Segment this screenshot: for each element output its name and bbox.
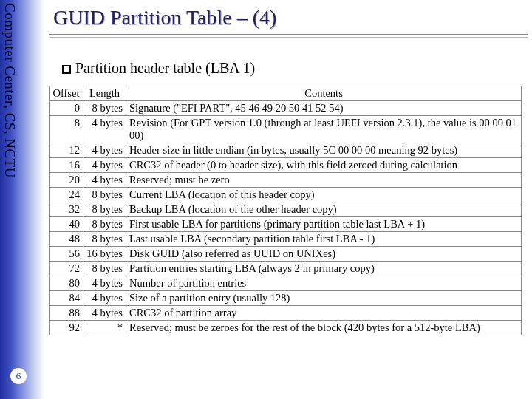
table-row: 804 bytesNumber of partition entries	[50, 276, 522, 291]
cell-length: 4 bytes	[83, 143, 126, 158]
table-row: 248 bytesCurrent LBA (location of this h…	[50, 188, 522, 202]
cell-length: 16 bytes	[83, 247, 126, 262]
cell-offset: 8	[50, 116, 83, 143]
cell-offset: 0	[50, 101, 83, 116]
cell-contents: Partition entries starting LBA (always 2…	[126, 262, 522, 276]
cell-length: 4 bytes	[83, 291, 126, 306]
cell-offset: 16	[50, 158, 83, 173]
table-row: 328 bytesBackup LBA (location of the oth…	[50, 202, 522, 217]
subtitle-text: Partition header table (LBA 1)	[75, 60, 255, 76]
cell-contents: Number of partition entries	[126, 276, 522, 291]
cell-offset: 40	[50, 217, 83, 232]
slide-content: GUID Partition Table – (4) Partition hea…	[49, 6, 528, 335]
title-rule-2	[49, 37, 528, 38]
cell-contents: First usable LBA for partitions (primary…	[126, 217, 522, 232]
cell-offset: 20	[50, 173, 83, 188]
cell-offset: 88	[50, 306, 83, 321]
cell-length: 8 bytes	[83, 202, 126, 217]
table-row: 08 bytesSignature ("EFI PART", 45 46 49 …	[50, 101, 522, 116]
table-row: 728 bytesPartition entries starting LBA …	[50, 262, 522, 276]
table-row: 408 bytesFirst usable LBA for partitions…	[50, 217, 522, 232]
cell-length: 8 bytes	[83, 262, 126, 276]
cell-contents: Last usable LBA (secondary partition tab…	[126, 232, 522, 247]
cell-offset: 56	[50, 247, 83, 262]
table-row: 488 bytesLast usable LBA (secondary part…	[50, 232, 522, 247]
cell-contents: Size of a partition entry (usually 128)	[126, 291, 522, 306]
cell-contents: Signature ("EFI PART", 45 46 49 20 50 41…	[126, 101, 522, 116]
table-row: 84 bytesRevision (For GPT version 1.0 (t…	[50, 116, 522, 143]
table-row: 884 bytesCRC32 of partition array	[50, 306, 522, 321]
cell-length: 8 bytes	[83, 232, 126, 247]
cell-length: 8 bytes	[83, 217, 126, 232]
cell-contents: Reserved; must be zero	[126, 173, 522, 188]
cell-offset: 12	[50, 143, 83, 158]
cell-offset: 80	[50, 276, 83, 291]
cell-length: 4 bytes	[83, 276, 126, 291]
cell-contents: CRC32 of partition array	[126, 306, 522, 321]
cell-length: 8 bytes	[83, 101, 126, 116]
table-row: 844 bytesSize of a partition entry (usua…	[50, 291, 522, 306]
cell-length: 4 bytes	[83, 158, 126, 173]
slide-subtitle: Partition header table (LBA 1)	[49, 60, 528, 77]
cell-contents: Revision (For GPT version 1.0 (through a…	[126, 116, 522, 143]
table-row: 5616 bytesDisk GUID (also referred as UU…	[50, 247, 522, 262]
slide-title: GUID Partition Table – (4)	[49, 6, 528, 30]
cell-contents: CRC32 of header (0 to header size), with…	[126, 158, 522, 173]
cell-length: 4 bytes	[83, 306, 126, 321]
cell-offset: 92	[50, 321, 83, 335]
cell-offset: 84	[50, 291, 83, 306]
col-contents: Contents	[126, 86, 522, 101]
cell-contents: Current LBA (location of this header cop…	[126, 188, 522, 202]
cell-length: 4 bytes	[83, 173, 126, 188]
cell-length: *	[83, 321, 126, 335]
col-length: Length	[83, 86, 126, 101]
cell-offset: 48	[50, 232, 83, 247]
table-row: 164 bytesCRC32 of header (0 to header si…	[50, 158, 522, 173]
cell-length: 8 bytes	[83, 188, 126, 202]
page-number-badge: 6	[10, 368, 27, 384]
table-header-row: Offset Length Contents	[50, 86, 522, 101]
cell-offset: 24	[50, 188, 83, 202]
cell-length: 4 bytes	[83, 116, 126, 143]
table-row: 124 bytesHeader size in little endian (i…	[50, 143, 522, 158]
table-row: 204 bytesReserved; must be zero	[50, 173, 522, 188]
cell-contents: Header size in little endian (in bytes, …	[126, 143, 522, 158]
partition-header-table: Offset Length Contents 08 bytesSignature…	[49, 86, 522, 335]
cell-contents: Backup LBA (location of the other header…	[126, 202, 522, 217]
cell-contents: Reserved; must be zeroes for the rest of…	[126, 321, 522, 335]
title-rule-1	[49, 34, 528, 35]
cell-contents: Disk GUID (also referred as UUID on UNIX…	[126, 247, 522, 262]
cell-offset: 32	[50, 202, 83, 217]
cell-offset: 72	[50, 262, 83, 276]
bullet-icon	[62, 65, 71, 74]
table-row: 92*Reserved; must be zeroes for the rest…	[50, 321, 522, 335]
sidebar-vertical-label: Computer Center, CS, NCTU	[1, 3, 18, 178]
col-offset: Offset	[50, 86, 83, 101]
